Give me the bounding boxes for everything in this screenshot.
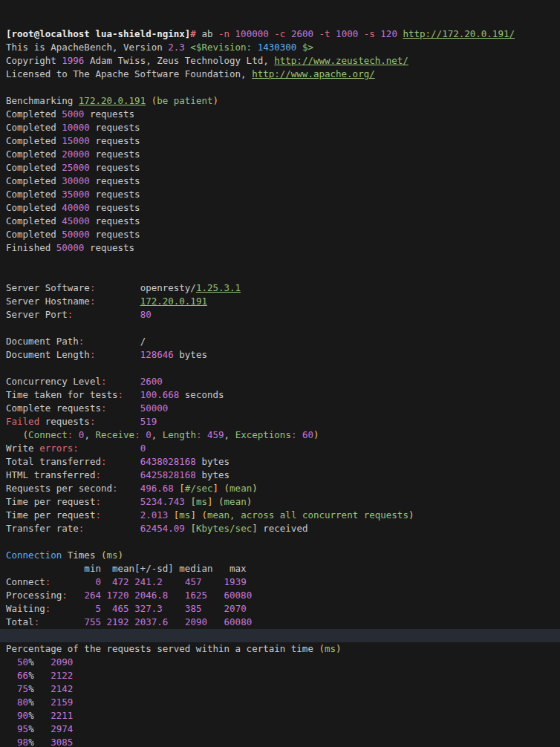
terminal-text-segment <box>6 656 17 668</box>
terminal-text-segment: 62454.09 <box>140 523 185 534</box>
terminal-line <box>6 81 560 94</box>
terminal-line: Completed 50000 requests <box>6 228 560 241</box>
terminal-line: 95% 2974 <box>6 722 560 736</box>
terminal-link[interactable]: http://www.zeustech.net/ <box>274 55 408 66</box>
terminal-text-segment: 1430300 <box>258 42 297 53</box>
terminal-text-segment: ( <box>224 483 230 494</box>
terminal-text-segment: ( <box>201 509 207 521</box>
terminal-line: Licensed to The Apache Software Foundati… <box>6 68 560 81</box>
terminal-text-segment: 385 <box>185 603 202 614</box>
terminal-text-segment: Connect <box>6 576 45 587</box>
terminal-text-segment: 128646 <box>140 349 174 360</box>
terminal-text-segment: requests <box>90 135 140 146</box>
terminal-text-segment: Licensed to The Apache Software Foundati… <box>6 68 252 79</box>
terminal-text-segment <box>106 376 140 387</box>
terminal-text-segment <box>101 469 140 480</box>
terminal-text-segment <box>129 590 135 601</box>
terminal-text-segment: 496.68 <box>140 483 174 494</box>
terminal-link[interactable]: http://www.apache.org/ <box>252 68 375 79</box>
terminal-link[interactable]: 1.25.3.1 <box>196 282 241 293</box>
terminal-text-segment: 66 <box>17 670 28 681</box>
terminal-text-segment: ( <box>23 429 29 440</box>
terminal-text-segment: 100.668 <box>140 389 180 400</box>
terminal-text-segment: requests <box>39 416 90 427</box>
terminal-link[interactable]: http://172.20.0.191/ <box>403 28 515 39</box>
terminal-text-segment: : <box>118 389 124 400</box>
terminal-line: Completed 45000 requests <box>6 215 560 228</box>
terminal-text-segment: requests <box>90 215 140 226</box>
terminal-text-segment <box>123 389 140 400</box>
terminal-text-segment: -s <box>364 28 375 39</box>
terminal-text-segment: received <box>258 523 308 534</box>
terminal-text-segment <box>313 28 319 39</box>
terminal-link[interactable]: 172.20.0.191 <box>140 296 207 307</box>
terminal-text-segment <box>168 509 174 521</box>
terminal-text-segment: Time per request <box>6 496 95 507</box>
terminal-line: Completed 25000 requests <box>6 161 560 174</box>
terminal-text-segment: 2600 <box>291 28 313 39</box>
terminal-line: Completed 10000 requests <box>6 121 560 134</box>
terminal-text-segment: Total <box>6 616 34 627</box>
terminal-text-segment: errors <box>39 443 73 454</box>
terminal-text-segment: <$Revision: <box>190 42 252 53</box>
terminal-text-segment <box>252 42 258 53</box>
terminal-text-segment: requests <box>90 175 140 186</box>
terminal-text-segment: seconds <box>179 389 224 400</box>
terminal-line: Time taken for tests: 100.668 seconds <box>6 388 560 402</box>
terminal-text-segment: 50000 <box>140 402 169 414</box>
terminal-text-segment: Concurrency Level <box>6 376 101 387</box>
terminal-line: Document Length: 128646 bytes <box>6 348 560 362</box>
terminal-text-segment: 2122 <box>51 670 73 681</box>
terminal-line <box>6 268 560 281</box>
terminal-text-segment: Failed <box>6 416 39 427</box>
terminal-text-segment <box>129 603 135 614</box>
terminal-text-segment: : <box>95 496 101 507</box>
terminal-text-segment <box>207 616 224 627</box>
terminal-text-segment <box>296 429 302 440</box>
terminal-line <box>6 255 560 268</box>
terminal-text-segment <box>106 402 140 414</box>
terminal-text-segment <box>6 697 17 708</box>
terminal-text-segment: mean <box>224 496 247 507</box>
terminal-text-segment <box>34 723 51 734</box>
terminal-text-segment: Time per request <box>6 509 95 521</box>
terminal-text-segment <box>84 523 140 534</box>
terminal-text-segment: $> <box>302 42 313 53</box>
terminal-text-segment: [ <box>190 523 196 534</box>
terminal-text-segment <box>201 429 207 440</box>
terminal-text-segment: ) <box>408 509 414 521</box>
terminal-text-segment <box>6 710 17 721</box>
terminal-text-segment <box>146 95 152 106</box>
terminal-text-segment: 30000 <box>62 175 90 186</box>
terminal-text-segment: 2974 <box>51 723 73 734</box>
terminal-text-segment <box>68 590 85 601</box>
terminal-text-segment: % <box>28 670 34 681</box>
terminal-text-segment <box>163 576 185 587</box>
terminal-text-segment: 95 <box>17 723 28 734</box>
terminal-text-segment: Processing <box>6 590 62 601</box>
terminal-text-segment: requests <box>90 122 140 133</box>
terminal-text-segment: : <box>134 429 140 440</box>
terminal-text-segment: 98 <box>17 737 28 747</box>
terminal-text-segment: Length <box>163 429 196 440</box>
terminal-line: Requests per second: 496.68 [#/sec] (mea… <box>6 482 560 495</box>
terminal-text-segment: Adam Twiss, Zeus Technology Ltd, <box>84 55 274 66</box>
terminal-line: [root@localhost lua-shield-nginx]# ab -n… <box>6 27 560 41</box>
terminal-text-segment: ms <box>106 549 117 561</box>
terminal-link[interactable]: 172.20.0.191 <box>79 95 146 106</box>
terminal-text-segment: Completed <box>6 229 62 240</box>
terminal-screen: { "terminal": { "palette": { "bg": "#181… <box>0 0 560 747</box>
terminal-text-segment: -t <box>319 28 331 39</box>
terminal-text-segment: 60 <box>302 429 313 440</box>
terminal-text-segment: Server Hostname <box>6 296 90 307</box>
terminal-line: Completed 30000 requests <box>6 174 560 188</box>
terminal-text-segment: Complete requests <box>6 402 101 414</box>
terminal-text-segment: [ <box>179 483 185 494</box>
terminal-text-segment: Kbytes/sec <box>196 523 252 534</box>
terminal-text-segment: Benchmarking <box>6 95 79 106</box>
terminal-text-segment: HTML transferred <box>6 469 95 480</box>
terminal-text-segment <box>296 42 302 53</box>
terminal-line: Copyright 1996 Adam Twiss, Zeus Technolo… <box>6 54 560 68</box>
terminal-text-segment <box>118 483 140 494</box>
terminal-text-segment: This is ApacheBench, Version <box>6 42 168 53</box>
